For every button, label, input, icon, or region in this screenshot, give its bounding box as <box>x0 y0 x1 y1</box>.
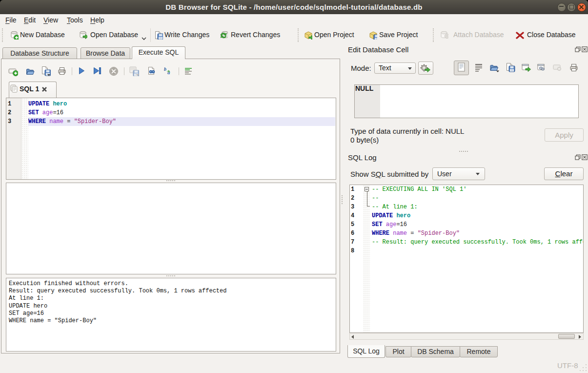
svg-text:a: a <box>167 69 170 75</box>
svg-text:b: b <box>164 66 166 72</box>
